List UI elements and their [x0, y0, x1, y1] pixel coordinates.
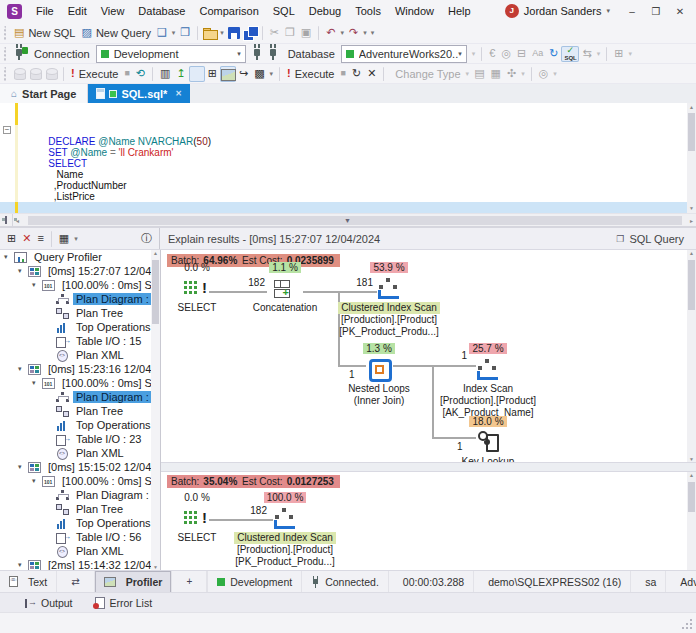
- tree-item[interactable]: ▾ [100.00% : 0ms] SELEC...: [0, 278, 160, 292]
- tree-expander-icon[interactable]: ▾: [18, 267, 28, 275]
- scrollbar-thumb[interactable]: [152, 260, 159, 324]
- tree-expander-icon[interactable]: ▾: [18, 463, 28, 471]
- menu-item[interactable]: Database: [131, 2, 192, 20]
- tab-output[interactable]: Output: [14, 597, 83, 609]
- undo-button[interactable]: ↶ ▾: [323, 24, 338, 42]
- tree-item[interactable]: ▾ Query Profiler: [0, 250, 160, 264]
- format-button[interactable]: Aa ▾: [529, 45, 546, 63]
- code-line[interactable]: SET @Name = 'll Crankarm': [0, 114, 696, 125]
- tree-expander-icon[interactable]: ▾: [4, 253, 14, 261]
- sql-editor[interactable]: DECLARE @Name NVARCHAR(50) SET @Name = '…: [0, 103, 696, 213]
- code-line[interactable]: Name: [0, 136, 696, 147]
- code-line[interactable]: WHERE SafetyStockLevel > 500: [0, 191, 696, 202]
- save-all-button[interactable]: ▾: [242, 25, 258, 41]
- database-combo[interactable]: AdventureWorks20...▾: [338, 45, 470, 63]
- tab-text[interactable]: Text: [0, 571, 57, 593]
- tree-item[interactable]: ▾ [0ms] 15:15:02 12/04/2024: [0, 460, 160, 474]
- plan-node[interactable]: 100.0 % Clustered Index Scan [Production…: [220, 492, 350, 568]
- redo-dropdown[interactable]: ▾ ▾: [361, 24, 369, 42]
- plan-node[interactable]: 53.9 % Clustered Index Scan [Production]…: [324, 262, 454, 338]
- tree-expander-icon[interactable]: ▾: [32, 477, 42, 485]
- view-mode-dropdown[interactable]: ▾: [72, 231, 80, 247]
- tree-item[interactable]: ▾ [0ms] 15:23:16 12/04/2024: [0, 362, 160, 376]
- editor-horizontal-scrollbar[interactable]: ◂ ▸ ▼: [0, 213, 696, 226]
- clear-sessions-button[interactable]: ≡: [34, 231, 46, 247]
- sql-query-mode[interactable]: ❐ SQL Query: [616, 233, 688, 245]
- combo-dropdown-icon[interactable]: ▾: [458, 50, 462, 58]
- plan-node[interactable]: 18.0 % Key Lookup: [423, 416, 553, 462]
- new-object-button[interactable]: ❒ ▾: [177, 24, 193, 42]
- scroll-right-icon[interactable]: ▸: [690, 217, 693, 224]
- database-tool-3-button[interactable]: ▾: [43, 66, 59, 82]
- stop-button[interactable]: ■ ▾: [121, 65, 132, 83]
- scrollbar-thumb[interactable]: [688, 113, 695, 151]
- export-plan-button[interactable]: ↪ ▾: [236, 65, 251, 83]
- tab-close-icon[interactable]: ✕: [175, 89, 182, 98]
- profiling-mode-button[interactable]: ▥ ▾: [157, 65, 173, 83]
- add-results-tab-button[interactable]: +: [172, 571, 207, 593]
- swap-results-button[interactable]: ⇄: [57, 571, 94, 593]
- new-document-dropdown[interactable]: ▾ ▾: [170, 24, 178, 42]
- tree-expander-icon[interactable]: ▾: [18, 561, 28, 569]
- scroll-left-icon[interactable]: ◂: [16, 217, 19, 224]
- disconnect-button[interactable]: ▾: [265, 46, 281, 62]
- menu-item[interactable]: Help: [441, 2, 478, 20]
- user-name[interactable]: Jordan Sanders: [524, 5, 602, 17]
- scrollbar-thumb[interactable]: [688, 482, 695, 512]
- menu-item[interactable]: Comparison: [192, 2, 265, 20]
- import-plan-button[interactable]: ↥ ▾: [173, 65, 188, 83]
- scroll-up-icon[interactable]: ▲: [153, 250, 158, 256]
- combo-box[interactable]: Development▾: [96, 45, 246, 63]
- copy-button[interactable]: ❐ ▾: [282, 24, 298, 42]
- top-operations-button[interactable]: ▾: [189, 66, 205, 82]
- scrollbar-thumb[interactable]: [688, 260, 695, 310]
- menu-item[interactable]: File: [29, 2, 61, 20]
- database-tool-2-button[interactable]: ▾: [27, 66, 43, 82]
- code-line[interactable]: ,SafetyStockLevel: [0, 169, 696, 180]
- validate-sql-button[interactable]: ▾: [561, 46, 579, 62]
- menu-item[interactable]: Window: [388, 2, 441, 20]
- tree-expander-icon[interactable]: ▾: [32, 281, 42, 289]
- tree-item[interactable]: Plan Diagram : 0.023...: [0, 390, 160, 404]
- tree-item[interactable]: Plan Diagram : 0.012...: [0, 292, 160, 306]
- redo-button[interactable]: ↷ ▾: [346, 24, 361, 42]
- plan-layout-button[interactable]: ⊞ ▾: [205, 65, 220, 83]
- results-grid-button[interactable]: ▦ ▾: [488, 65, 504, 83]
- tree-item[interactable]: ▾ [2ms] 15:14:32 12/04/2024: [0, 558, 160, 570]
- code-line[interactable]: SELECT: [0, 125, 696, 136]
- tree-item[interactable]: Plan XML: [0, 446, 160, 460]
- window-grid-dropdown[interactable]: ▾ ▾: [626, 45, 634, 63]
- execute-button[interactable]: ! Execute ▾: [68, 65, 121, 83]
- code-line[interactable]: ,ListPrice: [0, 158, 696, 169]
- tab-profiler[interactable]: Profiler: [95, 571, 173, 593]
- target-button[interactable]: ◎ ▾: [536, 65, 552, 83]
- scroll-down-icon[interactable]: ▼: [687, 204, 696, 213]
- code-line[interactable]: FROM Production.Product: [0, 180, 696, 191]
- tree-item[interactable]: Table I/O : 23: [0, 432, 160, 446]
- compare-dropdown[interactable]: ▾ ▾: [595, 45, 603, 63]
- menu-item[interactable]: Tools: [348, 2, 388, 20]
- new-query-button[interactable]: ▨ New Query ▾: [78, 24, 153, 42]
- cut-button[interactable]: ✂ ▾: [267, 24, 282, 42]
- scroll-up-icon[interactable]: ▲: [687, 103, 696, 112]
- tree-item[interactable]: Top Operations: [0, 418, 160, 432]
- attach-profiler-button[interactable]: ⊞: [4, 231, 19, 247]
- plan-diagram-top[interactable]: Batch:64.96% Est Cost:0.0235899 18218111…: [161, 250, 687, 462]
- tree-item[interactable]: Plan Tree: [0, 404, 160, 418]
- tree-item[interactable]: Plan Tree: [0, 502, 160, 516]
- tree-item[interactable]: Plan Diagram : 0.050...: [0, 488, 160, 502]
- tree-item[interactable]: Table I/O : 56: [0, 530, 160, 544]
- code-fold-icon[interactable]: [3, 126, 11, 134]
- scroll-up-icon[interactable]: ▲: [689, 250, 694, 256]
- layout-button[interactable]: ⊟ ▾: [514, 45, 529, 63]
- estimate-cost-button[interactable]: € ▾: [486, 45, 498, 63]
- tree-item[interactable]: ▾ [100.00% : 0ms] SELEC...: [0, 474, 160, 488]
- tree-vertical-scrollbar[interactable]: ▲ ▼: [151, 250, 160, 570]
- tree-item[interactable]: Top Operations: [0, 516, 160, 530]
- code-line[interactable]: DECLARE @Name NVARCHAR(50): [0, 103, 696, 114]
- menu-item[interactable]: SQL: [266, 2, 302, 20]
- combo-box[interactable]: AdventureWorks20...▾: [341, 45, 467, 63]
- minimize-button[interactable]: –: [620, 6, 644, 17]
- connect-button[interactable]: ▾: [249, 46, 265, 62]
- fit-view-button[interactable]: ✣ ▾: [504, 65, 519, 83]
